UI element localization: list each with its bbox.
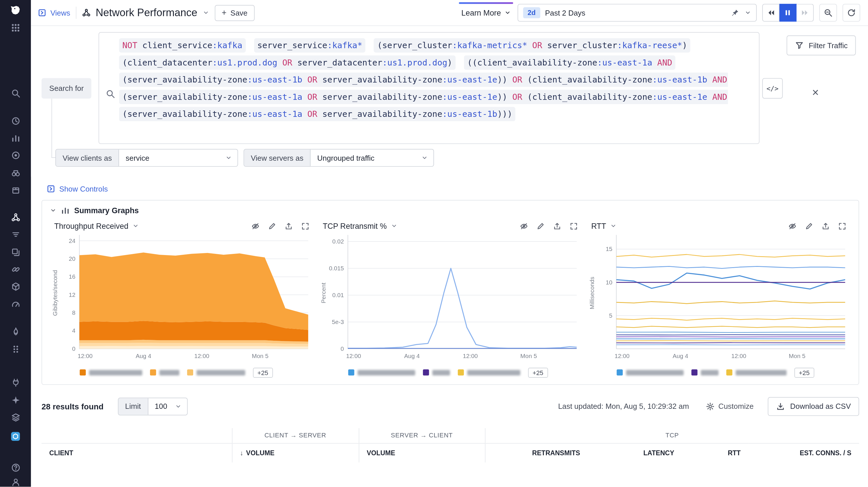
blurred-legend-label bbox=[196, 370, 245, 375]
history-icon[interactable] bbox=[11, 116, 20, 126]
view-clients-as-select[interactable]: service bbox=[119, 149, 238, 166]
legend-more-badge[interactable]: +25 bbox=[528, 368, 548, 378]
collapse-chevron-icon[interactable] bbox=[50, 207, 57, 214]
svg-text:12:00: 12:00 bbox=[463, 353, 478, 359]
synthetics-icon[interactable] bbox=[11, 378, 20, 387]
metrics-icon[interactable] bbox=[11, 133, 20, 143]
hide-graph-icon[interactable] bbox=[520, 222, 528, 230]
svg-text:4: 4 bbox=[72, 328, 75, 334]
chart-title[interactable]: TCP Retransmit % bbox=[323, 221, 387, 231]
datadog-logo[interactable] bbox=[8, 0, 23, 20]
column-header-volume[interactable]: ↓VOLUME bbox=[232, 444, 359, 462]
legend-item[interactable] bbox=[726, 369, 787, 375]
expand-graph-icon[interactable] bbox=[301, 222, 309, 230]
chart-title[interactable]: RTT bbox=[591, 221, 606, 231]
network-icon[interactable] bbox=[11, 213, 20, 222]
tcp-retransmit-plot[interactable]: 05e-30.010.0150.0212:00Aug 412:00Mon 5Pe… bbox=[319, 232, 581, 364]
column-header-client[interactable]: CLIENT bbox=[41, 444, 232, 462]
chevron-down-icon[interactable] bbox=[132, 223, 139, 230]
monitors-icon[interactable] bbox=[11, 151, 20, 160]
chevron-down-icon[interactable] bbox=[610, 223, 617, 230]
search-icon[interactable] bbox=[11, 89, 20, 98]
legend-item[interactable] bbox=[617, 369, 683, 375]
legend-item[interactable] bbox=[423, 369, 450, 375]
profiling-icon[interactable] bbox=[11, 327, 20, 336]
download-csv-button[interactable]: Download as CSV bbox=[768, 397, 859, 416]
view-servers-as-select[interactable]: Ungrouped traffic bbox=[311, 149, 433, 166]
legend-item[interactable] bbox=[691, 369, 719, 375]
rtt-plot[interactable]: 5101512:00Aug 412:00Mon 5Milliseconds bbox=[588, 232, 850, 364]
query-filter-chip[interactable]: NOT client_service:kafka bbox=[119, 38, 246, 53]
column-header-retransmits[interactable]: RETRANSMITS bbox=[485, 444, 588, 462]
legend-swatch bbox=[458, 369, 464, 375]
chart-title[interactable]: Throughput Received bbox=[54, 221, 128, 231]
export-graph-icon[interactable] bbox=[822, 222, 830, 230]
limit-select[interactable]: 100 bbox=[148, 398, 187, 415]
legend-item[interactable] bbox=[187, 369, 245, 375]
network-monitoring-icon[interactable] bbox=[10, 431, 21, 442]
query-filter-chip[interactable]: (client_datacenter:us1.prod.dog OR serve… bbox=[119, 55, 456, 70]
svg-text:10: 10 bbox=[606, 279, 612, 285]
time-range-badge: 2d bbox=[523, 7, 540, 18]
legend-more-badge[interactable]: +25 bbox=[795, 368, 814, 378]
tcp-retransmit-chart: TCP Retransmit % 05e-30.010.0150.0212:00… bbox=[316, 217, 585, 382]
forward-button[interactable] bbox=[797, 4, 814, 21]
pin-icon[interactable] bbox=[731, 8, 740, 17]
infrastructure-icon[interactable] bbox=[11, 282, 20, 292]
throughput-received-plot[interactable]: 0481216202412:00Aug 412:00Mon 5Gibibytes… bbox=[51, 232, 313, 364]
page-title-menu[interactable]: Network Performance bbox=[82, 7, 209, 19]
edit-graph-icon[interactable] bbox=[268, 222, 276, 230]
edit-graph-icon[interactable] bbox=[805, 222, 813, 230]
blurred-legend-label bbox=[736, 370, 787, 375]
expand-graph-icon[interactable] bbox=[569, 222, 578, 230]
customize-button[interactable]: Customize bbox=[706, 402, 754, 411]
help-icon[interactable] bbox=[11, 463, 20, 473]
export-graph-icon[interactable] bbox=[285, 222, 293, 230]
time-range-picker[interactable]: 2d Past 2 Days bbox=[518, 4, 757, 21]
chevron-down-icon[interactable] bbox=[745, 9, 751, 16]
column-header-latency[interactable]: LATENCY bbox=[588, 444, 682, 462]
hide-graph-icon[interactable] bbox=[251, 222, 259, 230]
learn-more-dropdown[interactable]: Learn More bbox=[460, 6, 512, 19]
refresh-button[interactable] bbox=[843, 4, 860, 21]
show-controls-link[interactable]: Show Controls bbox=[46, 184, 108, 193]
clear-query-button[interactable]: × bbox=[812, 86, 819, 99]
legend-more-badge[interactable]: +25 bbox=[253, 368, 273, 378]
save-button[interactable]: + Save bbox=[215, 5, 255, 21]
rewind-button[interactable] bbox=[762, 4, 779, 21]
hide-graph-icon[interactable] bbox=[788, 222, 797, 230]
column-header-est-conns-s[interactable]: EST. CONNS. / S bbox=[748, 444, 859, 462]
query-input[interactable]: NOT client_service:kafka server_service:… bbox=[99, 32, 760, 144]
processes-icon[interactable] bbox=[11, 344, 20, 354]
dashboards-icon[interactable] bbox=[11, 247, 20, 257]
filter-traffic-button[interactable]: Filter Traffic bbox=[787, 35, 856, 55]
views-button[interactable]: Views bbox=[38, 8, 70, 17]
pause-button[interactable] bbox=[779, 4, 797, 21]
watchdog-icon[interactable] bbox=[11, 169, 20, 178]
expand-graph-icon[interactable] bbox=[838, 222, 846, 230]
user-icon[interactable] bbox=[11, 478, 20, 487]
performance-icon[interactable] bbox=[11, 300, 20, 309]
chevron-down-icon[interactable] bbox=[391, 223, 397, 230]
legend-item[interactable] bbox=[348, 369, 415, 375]
workflows-icon[interactable] bbox=[11, 396, 20, 405]
column-header-rtt[interactable]: RTT bbox=[682, 444, 748, 462]
code-view-button[interactable]: </> bbox=[762, 78, 783, 99]
export-graph-icon[interactable] bbox=[553, 222, 561, 230]
column-header-volume[interactable]: VOLUME bbox=[359, 444, 485, 462]
integrations-icon[interactable] bbox=[11, 185, 20, 195]
apps-menu-icon[interactable] bbox=[11, 23, 20, 33]
table-group-header-row: CLIENT → SERVERSERVER → CLIENTTCP bbox=[41, 428, 859, 444]
edit-graph-icon[interactable] bbox=[536, 222, 545, 230]
logs-icon[interactable] bbox=[11, 230, 20, 240]
legend-item[interactable] bbox=[150, 369, 179, 375]
query-filter-chip[interactable]: (server_cluster:kafka-metrics* OR server… bbox=[374, 38, 691, 53]
legend-item[interactable] bbox=[458, 369, 521, 375]
zoom-out-button[interactable] bbox=[819, 4, 837, 21]
query-filter-chip[interactable]: server_service:kafka* bbox=[254, 38, 366, 53]
apm-icon[interactable] bbox=[11, 265, 20, 274]
rum-icon[interactable] bbox=[11, 413, 20, 422]
query-chips: NOT client_service:kafka server_service:… bbox=[119, 37, 728, 123]
legend-item[interactable] bbox=[80, 369, 142, 375]
chart-toolbar bbox=[788, 222, 847, 230]
